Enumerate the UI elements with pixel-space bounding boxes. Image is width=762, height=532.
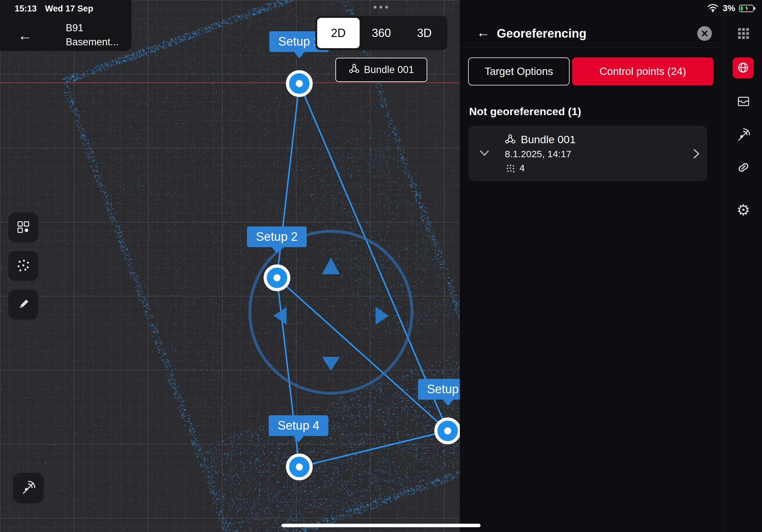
status-left: 15:13 Wed 17 Sep: [15, 4, 93, 14]
bundle-icon: [349, 63, 360, 76]
bundle-chip[interactable]: Bundle 001: [336, 58, 427, 82]
scan-count: 4: [519, 163, 525, 173]
chevron-right-icon: [691, 156, 702, 161]
setup-links: [277, 84, 448, 467]
rotate-up-arrow[interactable]: [322, 257, 340, 274]
georeferencing-panel: ← Georeferencing × Target Options Contro…: [460, 0, 724, 532]
home-indicator[interactable]: [281, 524, 481, 527]
scan-visibility-button[interactable]: [724, 128, 762, 143]
project-header: 15:13 Wed 17 Sep ← B91 Basement...: [0, 0, 131, 51]
section-not-georeferenced: Not georeferenced (1): [469, 105, 581, 118]
card-detail-button[interactable]: [690, 148, 703, 160]
project-title: B91 Basement...: [66, 21, 118, 49]
settings-button[interactable]: ⚙: [724, 201, 762, 219]
layout-icon: [16, 220, 31, 235]
archive-icon: [736, 94, 751, 109]
status-date: Wed 17 Sep: [45, 4, 93, 14]
multitask-indicator[interactable]: [374, 6, 388, 9]
battery-percent: 3%: [723, 4, 735, 13]
panel-close-button[interactable]: ×: [697, 26, 712, 41]
battery-icon: [739, 5, 754, 12]
view-3d-button[interactable]: 3D: [403, 18, 445, 48]
scan-connection-button[interactable]: [13, 473, 44, 503]
app-screen: Setup 1 Setup 2 Setup 4 Setup 3: [0, 0, 762, 532]
scan-off-icon: [736, 128, 751, 143]
rotate-down-arrow[interactable]: [322, 357, 340, 370]
panel-back-button[interactable]: ←: [476, 25, 490, 40]
tab-control-points[interactable]: Control points (24): [572, 57, 714, 86]
tab-target-options[interactable]: Target Options: [468, 57, 570, 86]
status-right: 3%: [707, 3, 754, 13]
scan-count-icon: [506, 164, 515, 174]
setup-label[interactable]: Setup 2: [247, 227, 307, 247]
storage-button[interactable]: [724, 94, 762, 109]
pen-icon: [16, 297, 31, 312]
bundle-card[interactable]: Bundle 001 8.1.2025, 14:17 4: [468, 126, 707, 181]
link-icon: [736, 160, 751, 176]
battery-level: [741, 6, 743, 11]
project-title-line1: B91: [66, 21, 118, 35]
setup-label[interactable]: Setup 3: [418, 379, 460, 400]
setup-marker-1[interactable]: [287, 72, 311, 96]
rotate-right-arrow[interactable]: [376, 307, 389, 325]
gear-icon: ⚙: [736, 201, 750, 219]
right-toolbar: ⚙: [724, 0, 762, 532]
view-mode-toggle: 2D 360 3D: [315, 16, 447, 50]
back-arrow-icon: ←: [18, 28, 32, 43]
link-button[interactable]: [724, 160, 762, 175]
annotate-tool-button[interactable]: [8, 290, 38, 320]
scan-off-icon: [21, 480, 36, 496]
expand-button[interactable]: [477, 148, 492, 159]
pointcloud-tool-button[interactable]: [8, 251, 38, 281]
panel-header: ← Georeferencing ×: [460, 0, 724, 48]
rotation-control[interactable]: [250, 231, 412, 393]
app-grid-icon: [738, 28, 749, 40]
bundle-datetime: 8.1.2025, 14:17: [505, 149, 572, 160]
apps-button[interactable]: [724, 27, 762, 41]
back-arrow-icon: ←: [476, 25, 490, 40]
status-time: 15:13: [15, 4, 37, 14]
pointcloud-icon: [16, 258, 31, 274]
setup-marker-2[interactable]: [265, 266, 289, 290]
setup-marker-4[interactable]: [287, 455, 311, 479]
wifi-icon: [707, 3, 719, 13]
view-360-button[interactable]: 360: [360, 18, 403, 48]
chevron-down-icon: [478, 154, 491, 159]
project-title-line2: Basement...: [66, 35, 118, 49]
panel-title: Georeferencing: [497, 27, 586, 40]
bundle-chip-label: Bundle 001: [364, 64, 414, 76]
charging-bolt-icon: [744, 5, 749, 12]
back-button[interactable]: ←: [18, 28, 32, 43]
view-2d-button[interactable]: 2D: [317, 18, 360, 48]
bundle-name: Bundle 001: [521, 133, 575, 146]
georeferencing-tool-button[interactable]: [733, 57, 754, 79]
layout-tool-button[interactable]: [8, 212, 38, 242]
setup-label[interactable]: Setup 4: [269, 415, 328, 436]
globe-icon: [736, 61, 750, 75]
setup-marker-3[interactable]: [436, 419, 460, 443]
bundle-icon: [505, 134, 516, 146]
close-icon: ×: [701, 27, 708, 40]
